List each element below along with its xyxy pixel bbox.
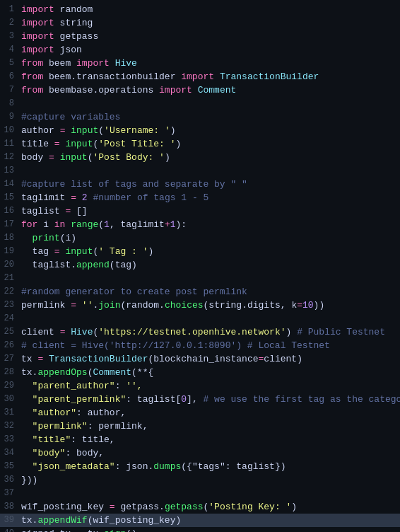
line-number: 8	[0, 97, 21, 110]
line-number: 27	[0, 352, 21, 366]
token-kw: from	[21, 71, 43, 82]
line-content: from beem.transactionbuilder import Tran…	[21, 70, 394, 83]
code-line: 7from beembase.operations import Comment	[0, 83, 400, 97]
code-line: 6from beem.transactionbuilder import Tra…	[0, 70, 400, 83]
token-var: string.digits	[208, 300, 280, 311]
token-str: "json_metadata"	[33, 461, 115, 472]
token-var: getpass.	[115, 502, 165, 512]
line-content: taglist.append(tag)	[21, 258, 394, 272]
code-line: 1import random	[0, 3, 400, 16]
token-var: tag	[21, 246, 54, 257]
token-var: i	[37, 219, 54, 230]
line-content: "parent_permlink": taglist[0], # we use …	[21, 393, 400, 406]
token-var	[76, 192, 82, 203]
token-cls: Comment	[93, 367, 131, 378]
line-content: wif_posting_key = getpass.getpass('Posti…	[21, 500, 394, 514]
token-kw: import	[21, 45, 54, 55]
token-var: wif_posting_key	[21, 502, 104, 512]
code-line: 4import json	[0, 43, 400, 57]
token-punct: )	[176, 139, 182, 149]
line-content: "author": author,	[21, 406, 394, 420]
token-var: beembase.operations	[43, 85, 159, 96]
token-var	[21, 421, 33, 432]
token-var: title	[21, 139, 49, 149]
token-cls: Hive	[115, 58, 137, 69]
token-str: "title"	[33, 434, 71, 445]
token-punct: )	[71, 233, 76, 243]
code-line: 36}))	[0, 473, 400, 487]
token-punct: )	[175, 515, 181, 526]
line-content: permlink = ''.join(random.choices(string…	[21, 299, 394, 312]
token-op: =	[110, 502, 115, 512]
line-content: from beembase.operations import Comment	[21, 83, 394, 97]
line-number: 23	[0, 299, 21, 312]
token-var: title,	[76, 434, 115, 445]
token-var: taglimit	[115, 219, 165, 230]
line-number: 6	[0, 70, 21, 83]
token-kw: import	[181, 71, 214, 82]
token-num: 1	[170, 219, 176, 230]
token-fn: input	[65, 246, 93, 257]
token-kw: import	[21, 31, 54, 42]
line-number: 12	[0, 151, 21, 164]
token-var	[214, 71, 220, 82]
code-line: 12body = input('Post Body: ')	[0, 151, 400, 164]
code-line: 20 taglist.append(tag)	[0, 258, 400, 272]
token-cmt: #number of tags 1 - 5	[93, 192, 208, 203]
code-line: 27tx = TransactionBuilder(blockchain_ins…	[0, 352, 400, 366]
line-content: #capture list of tags and separate by " …	[21, 178, 394, 191]
token-var	[54, 125, 60, 136]
token-var	[198, 394, 204, 405]
token-op: =	[76, 528, 82, 532]
token-var	[104, 502, 110, 512]
line-content: taglimit = 2 #number of tags 1 - 5	[21, 191, 394, 204]
token-cls: Hive	[71, 327, 93, 337]
token-var: tag	[115, 260, 131, 270]
line-number: 25	[0, 325, 21, 339]
token-kw: import	[21, 4, 54, 15]
token-var: getpass	[54, 31, 98, 42]
line-content: author = input('Username: ')	[21, 124, 394, 137]
token-punct: )	[297, 354, 302, 364]
token-punct: )	[281, 461, 286, 472]
line-number: 39	[0, 514, 21, 527]
line-number: 19	[0, 245, 21, 258]
token-punct: (	[98, 125, 104, 136]
token-punct: )	[165, 152, 170, 163]
token-var	[76, 300, 82, 311]
token-var	[291, 327, 297, 337]
token-var	[110, 58, 115, 69]
code-editor: 1import random2import string3import getp…	[0, 0, 400, 532]
line-number: 1	[0, 3, 21, 16]
token-fn: appendWif	[37, 515, 87, 526]
token-fn: dumps	[153, 461, 181, 472]
token-num: 0	[181, 394, 187, 405]
token-var	[71, 528, 76, 532]
code-line: 33 "title": title,	[0, 433, 400, 446]
code-line: 28tx.appendOps(Comment(**{	[0, 366, 400, 379]
line-number: 40	[0, 527, 21, 532]
token-op: =	[54, 246, 60, 257]
line-number: 4	[0, 43, 21, 57]
token-num: 2	[82, 192, 88, 203]
token-str: 'Post Title: '	[98, 139, 175, 149]
line-content: taglist = []	[21, 204, 394, 218]
line-content	[21, 272, 394, 285]
token-cmt: #capture list of tags and separate by " …	[21, 179, 247, 190]
line-number: 34	[0, 446, 21, 460]
token-str: 'Post Body: '	[93, 152, 164, 163]
line-content: body = input('Post Body: ')	[21, 151, 394, 164]
code-line: 10author = input('Username: ')	[0, 124, 400, 137]
token-var: json	[54, 45, 82, 55]
token-kw: import	[21, 18, 54, 28]
line-content: title = input('Post Title: ')	[21, 137, 394, 151]
code-line: 40signed_tx = tx.sign()	[0, 527, 400, 532]
token-fn: appendOps	[37, 367, 87, 378]
token-punct: :	[126, 394, 131, 405]
code-line: 25client = Hive('https://testnet.openhiv…	[0, 325, 400, 339]
token-var	[21, 407, 33, 418]
line-number: 17	[0, 218, 21, 231]
line-content: tx = TransactionBuilder(blockchain_insta…	[21, 352, 394, 366]
token-var	[21, 381, 33, 391]
line-number: 36	[0, 473, 21, 487]
